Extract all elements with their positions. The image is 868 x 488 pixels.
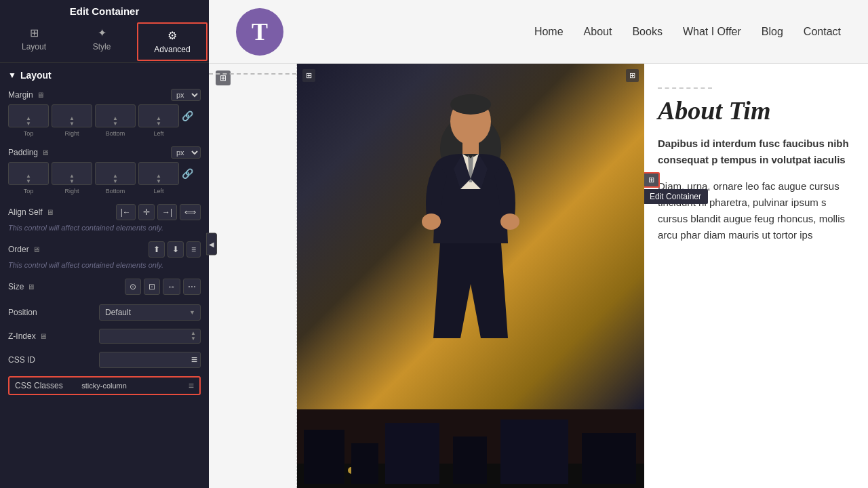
margin-bottom-value[interactable]: [96, 105, 135, 116]
margin-left-down[interactable]: ▼: [155, 121, 163, 127]
margin-left-input[interactable]: ▲▼: [138, 104, 179, 127]
align-center-btn[interactable]: ✛: [138, 204, 155, 220]
nav-contact[interactable]: Contact: [804, 26, 841, 38]
align-stretch-btn[interactable]: ⟺: [180, 204, 201, 220]
edit-container-group: ⊞ Edit Container: [644, 172, 708, 204]
bottom-image: [297, 409, 644, 488]
tab-layout[interactable]: ⊞ Layout: [0, 21, 68, 62]
order-label: Order 🖥: [8, 245, 40, 254]
position-select-wrap: Default Relative Absolute Fixed Sticky: [99, 304, 201, 321]
margin-top-input[interactable]: ▲▼: [8, 104, 49, 127]
padding-right-down[interactable]: ▼: [68, 179, 76, 184]
edit-container-handle[interactable]: ⊞: [644, 172, 660, 188]
size-monitor-icon: 🖥: [27, 283, 35, 291]
tab-style[interactable]: ✦ Style: [68, 21, 136, 62]
image-handle-tr[interactable]: ⊞: [626, 69, 639, 82]
left-panel-wrapper: Edit Container ⊞ Layout ✦ Style ⚙ Advanc…: [0, 0, 209, 488]
tab-advanced[interactable]: ⚙ Advanced: [137, 22, 208, 61]
padding-top-input[interactable]: ▲▼: [8, 162, 49, 185]
css-id-list-icon: ≡: [191, 354, 197, 366]
margin-top-down[interactable]: ▼: [24, 121, 33, 127]
zindex-input-box: ▲ ▼: [99, 329, 201, 344]
edit-container-label[interactable]: Edit Container: [644, 189, 708, 204]
position-select[interactable]: Default Relative Absolute Fixed Sticky: [99, 304, 201, 321]
zindex-value[interactable]: [102, 332, 170, 340]
margin-right-down[interactable]: ▼: [68, 121, 76, 127]
main-image-area: ⊞ ⊞: [297, 64, 644, 488]
nav-what-i-offer[interactable]: What I Offer: [683, 26, 741, 38]
padding-link-icon[interactable]: 🔗: [182, 168, 201, 179]
margin-right-input[interactable]: ▲▼: [52, 104, 92, 127]
tab-row: ⊞ Layout ✦ Style ⚙ Advanced: [0, 21, 209, 63]
navbar-links: Home About Books What I Offer Blog Conta…: [534, 26, 841, 38]
layout-section-header[interactable]: ▼ Layout: [8, 70, 201, 81]
margin-left-value[interactable]: [139, 105, 178, 116]
image-handle-tl[interactable]: ⊞: [302, 69, 315, 82]
margin-bottom-label: Bottom: [95, 130, 136, 137]
padding-left-value[interactable]: [139, 163, 178, 174]
css-id-input-box: ≡: [99, 352, 201, 368]
left-spacer: ⊞: [209, 64, 297, 488]
main-image: ⊞ ⊞: [297, 64, 644, 409]
margin-bottom-input[interactable]: ▲▼: [95, 104, 136, 127]
margin-link-icon[interactable]: 🔗: [182, 110, 201, 121]
padding-label: Padding 🖥: [8, 148, 49, 157]
nav-about[interactable]: About: [584, 26, 612, 38]
size-buttons: ⊙ ⊡ ↔ ⋯: [125, 279, 201, 295]
order-field: Order 🖥 ⬆ ⬇ ≡ This control will affect c…: [8, 241, 201, 269]
zindex-down[interactable]: ▼: [189, 336, 197, 342]
tab-layout-label: Layout: [22, 42, 46, 52]
size-auto-btn[interactable]: ⊙: [125, 279, 141, 295]
panel-collapse-handle[interactable]: ◀: [206, 233, 217, 256]
padding-left-down[interactable]: ▼: [155, 179, 163, 184]
padding-sub-labels: Top Right Bottom Left: [8, 186, 201, 195]
layout-icon: ⊞: [30, 26, 39, 39]
padding-top-down[interactable]: ▼: [24, 179, 33, 184]
advanced-icon: ⚙: [167, 29, 177, 42]
margin-unit-select[interactable]: pxem%: [171, 89, 201, 101]
order-last-btn[interactable]: ⬇: [167, 241, 184, 258]
content-area: ⊞ ⊞ ⊞: [209, 64, 868, 488]
svg-rect-4: [462, 140, 479, 154]
margin-inputs: ▲▼ ▲▼ ▲▼ ▲▼ 🔗: [8, 104, 201, 127]
padding-bottom-down[interactable]: ▼: [111, 179, 119, 184]
size-fit-btn[interactable]: ⊡: [144, 279, 160, 295]
padding-bottom-input[interactable]: ▲▼: [95, 162, 136, 185]
nav-blog[interactable]: Blog: [762, 26, 783, 38]
svg-point-6: [500, 214, 519, 230]
align-end-btn[interactable]: →|: [157, 204, 177, 220]
padding-top-value[interactable]: [9, 163, 48, 174]
padding-unit-select[interactable]: pxem%: [171, 146, 201, 159]
margin-right-value[interactable]: [52, 105, 92, 116]
padding-top-label: Top: [8, 188, 49, 195]
css-classes-field: CSS Classes ≡: [8, 376, 201, 395]
size-grow-btn[interactable]: ↔: [163, 279, 180, 295]
size-more-btn[interactable]: ⋯: [183, 279, 201, 295]
align-start-btn[interactable]: |←: [116, 204, 136, 220]
css-classes-input[interactable]: [81, 382, 170, 390]
navbar: T Home About Books What I Offer Blog Con…: [209, 0, 868, 64]
order-hint: This control will affect contained eleme…: [8, 261, 201, 269]
padding-label-row: Padding 🖥 pxem%: [8, 146, 201, 159]
padding-right-input[interactable]: ▲▼: [52, 162, 92, 185]
padding-bottom-value[interactable]: [96, 163, 135, 174]
svg-point-5: [422, 214, 441, 230]
order-first-btn[interactable]: ⬆: [149, 241, 165, 258]
order-custom-btn[interactable]: ≡: [186, 241, 201, 258]
margin-top-value[interactable]: [9, 105, 48, 116]
align-self-buttons: |← ✛ →| ⟺: [116, 204, 201, 220]
css-id-value[interactable]: [102, 356, 177, 364]
edit-container-tooltip-area: ⊞ Edit Container: [644, 172, 708, 204]
padding-left-input[interactable]: ▲▼: [138, 162, 179, 185]
padding-right-value[interactable]: [52, 163, 92, 174]
margin-bottom-down[interactable]: ▼: [111, 121, 119, 127]
nav-books[interactable]: Books: [632, 26, 662, 38]
nav-home[interactable]: Home: [534, 26, 564, 38]
svg-rect-14: [385, 423, 439, 484]
order-monitor-icon: 🖥: [33, 245, 40, 253]
size-label: Size 🖥: [8, 282, 35, 291]
svg-rect-17: [582, 433, 636, 484]
size-field: Size 🖥 ⊙ ⊡ ↔ ⋯: [8, 279, 201, 295]
margin-monitor-icon: 🖥: [37, 91, 44, 99]
zindex-label: Z-Index 🖥: [8, 331, 47, 341]
